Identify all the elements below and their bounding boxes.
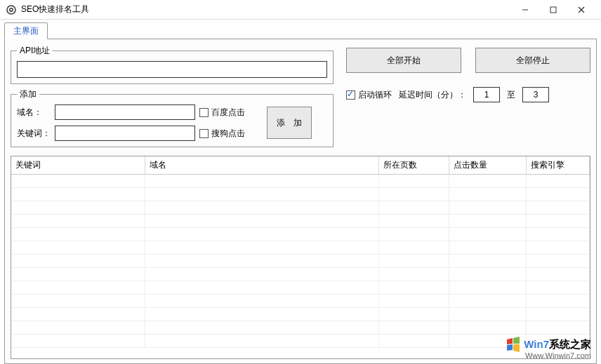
api-legend: API地址 bbox=[17, 45, 53, 57]
close-button[interactable] bbox=[567, 2, 595, 18]
to-label: 至 bbox=[507, 89, 515, 101]
table-row bbox=[11, 295, 590, 308]
domain-label: 域名： bbox=[17, 107, 51, 119]
results-table-wrap: 关键词 域名 所在页数 点击数量 搜索引擎 bbox=[11, 156, 590, 359]
loop-label: 启动循环 bbox=[358, 89, 392, 101]
results-table: 关键词 域名 所在页数 点击数量 搜索引擎 bbox=[11, 156, 590, 348]
svg-point-0 bbox=[7, 6, 15, 14]
app-icon bbox=[6, 4, 17, 15]
add-legend: 添加 bbox=[17, 88, 39, 100]
baidu-click-label: 百度点击 bbox=[211, 107, 245, 119]
keyword-label: 关键词： bbox=[17, 128, 51, 140]
keyword-input[interactable] bbox=[55, 126, 195, 141]
table-row bbox=[11, 321, 590, 335]
table-row bbox=[11, 241, 590, 255]
table-row bbox=[11, 188, 590, 201]
table-row bbox=[11, 281, 590, 295]
table-row bbox=[11, 308, 590, 321]
table-row bbox=[11, 228, 590, 241]
delay-to-input[interactable] bbox=[522, 87, 549, 102]
sogou-click-label: 搜狗点击 bbox=[211, 128, 245, 140]
titlebar: SEO快速排名工具 bbox=[0, 0, 601, 20]
table-row bbox=[11, 255, 590, 268]
api-fieldset: API地址 bbox=[11, 45, 333, 84]
delay-label: 延迟时间（分）： bbox=[399, 89, 466, 101]
window-title: SEO快速排名工具 bbox=[21, 4, 89, 15]
delay-from-input[interactable] bbox=[473, 87, 500, 102]
col-clicks[interactable]: 点击数量 bbox=[449, 156, 527, 175]
baidu-click-checkbox[interactable]: 百度点击 bbox=[199, 107, 263, 119]
sogou-click-checkbox[interactable]: 搜狗点击 bbox=[199, 128, 263, 140]
minimize-button[interactable] bbox=[511, 2, 539, 18]
col-keyword[interactable]: 关键词 bbox=[11, 156, 145, 175]
svg-point-1 bbox=[10, 8, 13, 11]
api-url-input[interactable] bbox=[17, 61, 327, 78]
col-domain[interactable]: 域名 bbox=[145, 156, 379, 175]
checkbox-icon bbox=[346, 90, 355, 100]
table-row bbox=[11, 175, 590, 188]
checkbox-icon bbox=[199, 108, 209, 117]
tab-main[interactable]: 主界面 bbox=[4, 22, 48, 39]
table-row bbox=[11, 268, 590, 281]
table-row bbox=[11, 201, 590, 215]
checkbox-icon bbox=[199, 129, 209, 138]
col-page[interactable]: 所在页数 bbox=[379, 156, 449, 175]
col-engine[interactable]: 搜索引擎 bbox=[527, 156, 590, 175]
table-row bbox=[11, 215, 590, 228]
svg-rect-3 bbox=[550, 7, 556, 13]
add-button[interactable]: 添 加 bbox=[267, 107, 312, 139]
loop-checkbox[interactable]: 启动循环 bbox=[346, 89, 392, 101]
tabstrip: 主界面 bbox=[4, 22, 597, 39]
start-all-button[interactable]: 全部开始 bbox=[346, 48, 461, 73]
tab-body: API地址 添加 域名： 百度点击 添 加 bbox=[4, 39, 597, 364]
table-row bbox=[11, 335, 590, 348]
add-fieldset: 添加 域名： 百度点击 添 加 关键词： bbox=[11, 88, 333, 147]
domain-input[interactable] bbox=[55, 105, 195, 120]
stop-all-button[interactable]: 全部停止 bbox=[475, 48, 590, 73]
results-table-body bbox=[11, 175, 590, 348]
maximize-button[interactable] bbox=[539, 2, 567, 18]
